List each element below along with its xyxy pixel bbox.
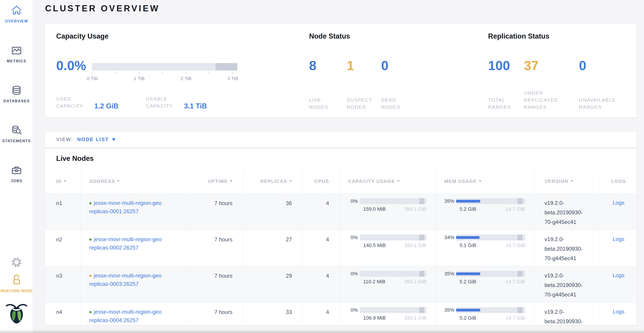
table-header-row: ID ADDRESS UPTIME REPLICAS CPUS CAPACITY…	[45, 169, 637, 193]
node-cpus-cell: 4	[302, 303, 339, 325]
node-address-cell: jesse-movr-multi-region-georeplicas-0004…	[80, 303, 189, 325]
table-row: n4 jesse-movr-multi-region-georeplicas-0…	[45, 302, 637, 325]
node-address-link[interactable]: jesse-movr-multi-region-georeplicas-0002…	[89, 236, 162, 251]
column-header-version[interactable]: VERSION	[534, 169, 600, 193]
sidebar-item-statements[interactable]: STATEMENTS	[0, 125, 33, 143]
mem-total-value: 14.7 GiB	[506, 206, 525, 212]
node-logs-cell: Logs	[600, 194, 637, 230]
mem-used-value: 5.2 GiB	[460, 206, 476, 212]
column-header-address[interactable]: ADDRESS	[80, 169, 189, 193]
sidebar: OVERVIEW METRICS DATABASES	[0, 0, 33, 333]
database-icon	[0, 85, 33, 97]
node-replicas-cell: 33	[243, 303, 302, 325]
view-dropdown[interactable]: NODE LIST	[77, 137, 116, 142]
home-icon	[0, 5, 33, 17]
sort-icon	[289, 180, 292, 182]
used-capacity-stat: USED CAPACITY 1.2 GiB	[56, 95, 118, 109]
column-header-logs: LOGS	[600, 169, 637, 193]
sidebar-item-databases[interactable]: DATABASES	[0, 85, 33, 103]
axis-tick-label: 2 TiB	[177, 76, 195, 81]
settings-button[interactable]	[0, 256, 33, 269]
view-dropdown-value: NODE LIST	[77, 137, 109, 142]
insecure-mode-label: INSECURE MODE	[0, 289, 33, 293]
column-header-capacity-usage[interactable]: CAPACITY USAGE	[339, 169, 436, 193]
gear-icon	[10, 265, 23, 269]
capacity-total-value: 350.1 GiB	[404, 315, 426, 321]
node-status-dot	[89, 311, 92, 313]
suspect-nodes-value: 1	[347, 58, 381, 73]
live-nodes-title: Live Nodes	[56, 154, 94, 163]
replication-status-stats: 100 TOTAL RANGES 37 UNDER-REPLICATED RAN…	[488, 58, 629, 111]
suspect-nodes-stat: 1 SUSPECT NODES	[347, 58, 381, 111]
node-uptime-cell: 7 hours	[189, 194, 243, 230]
column-header-mem-usage[interactable]: MEM USAGE	[436, 169, 534, 193]
mem-used-value: 5.2 GiB	[460, 315, 476, 321]
capacity-used-value: 106.9 MiB	[363, 315, 386, 321]
usable-capacity-value: 3.1 TiB	[184, 102, 207, 110]
sort-icon	[479, 180, 482, 182]
table-row: n2 jesse-movr-multi-region-georeplicas-0…	[45, 230, 637, 266]
mem-bar-segment	[518, 198, 523, 204]
sidebar-item-jobs[interactable]: JOBS	[0, 165, 33, 183]
axis-tick-label: 0 TiB	[83, 76, 101, 81]
node-version-cell: v19.2.0- beta.20190930- 70-g445ec41	[534, 194, 600, 230]
sidebar-item-overview[interactable]: OVERVIEW	[0, 5, 33, 24]
capacity-used-value: 140.5 MiB	[363, 242, 386, 248]
cockroachdb-logo[interactable]	[0, 302, 33, 325]
unavailable-ranges-label: UNAVAILABLE RANGES	[579, 96, 621, 111]
mem-bar-segment	[518, 307, 523, 313]
node-replicas-cell: 29	[243, 266, 302, 302]
node-address-link[interactable]: jesse-movr-multi-region-georeplicas-0004…	[89, 309, 162, 323]
node-address-link[interactable]: jesse-movr-multi-region-georeplicas-0003…	[89, 272, 162, 287]
mem-bar	[456, 198, 525, 204]
mem-used-value: 5.1 GiB	[460, 242, 476, 248]
sort-icon	[64, 180, 66, 182]
sidebar-item-label: JOBS	[0, 179, 33, 183]
mem-percent: 35%	[444, 307, 456, 313]
capacity-percent: 0%	[348, 307, 360, 313]
statements-icon	[0, 125, 33, 137]
dead-nodes-stat: 0 DEAD NODES	[381, 58, 420, 111]
column-header-id[interactable]: ID	[45, 169, 80, 193]
node-logs-cell: Logs	[600, 230, 637, 266]
mem-total-value: 14.7 GiB	[506, 242, 525, 248]
mem-percent: 35%	[444, 271, 456, 277]
logs-link[interactable]: Logs	[612, 308, 624, 315]
unavailable-ranges-value: 0	[579, 58, 629, 73]
logs-link[interactable]: Logs	[612, 272, 624, 278]
total-ranges-label: TOTAL RANGES	[488, 96, 515, 111]
sidebar-item-label: STATEMENTS	[0, 139, 33, 143]
cluster-capacity-bar	[92, 63, 237, 71]
capacity-bar	[360, 271, 426, 277]
sidebar-item-metrics[interactable]: METRICS	[0, 45, 33, 64]
table-row: n1 jesse-movr-multi-region-georeplicas-0…	[45, 193, 637, 230]
node-uptime-cell: 7 hours	[189, 303, 243, 325]
node-address-cell: jesse-movr-multi-region-georeplicas-0001…	[80, 194, 189, 230]
insecure-mode-indicator[interactable]: INSECURE MODE	[0, 273, 33, 293]
sort-icon	[570, 180, 573, 182]
usable-capacity-label: USABLE CAPACITY	[146, 95, 178, 109]
node-version-cell: v19.2.0- beta.20190930- 70-g445ec41	[534, 266, 600, 302]
node-mem-usage-cell: 35% 5.2 GiB 14.7 GiB	[436, 303, 534, 325]
logs-link[interactable]: Logs	[612, 200, 624, 206]
sidebar-item-label: OVERVIEW	[0, 19, 33, 24]
capacity-bar	[360, 235, 426, 240]
mem-bar-fill	[456, 309, 480, 311]
column-header-uptime[interactable]: UPTIME	[189, 169, 243, 193]
node-address-cell: jesse-movr-multi-region-georeplicas-0002…	[80, 230, 189, 266]
logs-link[interactable]: Logs	[612, 236, 624, 242]
mem-percent: 34%	[444, 235, 456, 240]
axis-tick	[186, 72, 186, 74]
total-ranges-value: 100	[488, 58, 524, 73]
node-id-cell: n4	[45, 303, 80, 325]
capacity-used-value: 110.2 MiB	[363, 279, 385, 285]
capacity-usage-title: Capacity Usage	[56, 32, 108, 40]
sort-icon	[230, 180, 232, 182]
column-header-replicas[interactable]: REPLICAS	[243, 169, 302, 193]
capacity-bar-segment	[419, 198, 424, 204]
axis-tick	[92, 72, 92, 74]
under-replicated-ranges-value: 37	[524, 58, 579, 73]
unlock-icon	[11, 282, 22, 286]
node-address-link[interactable]: jesse-movr-multi-region-georeplicas-0001…	[89, 200, 162, 214]
mem-bar-fill	[456, 200, 480, 203]
